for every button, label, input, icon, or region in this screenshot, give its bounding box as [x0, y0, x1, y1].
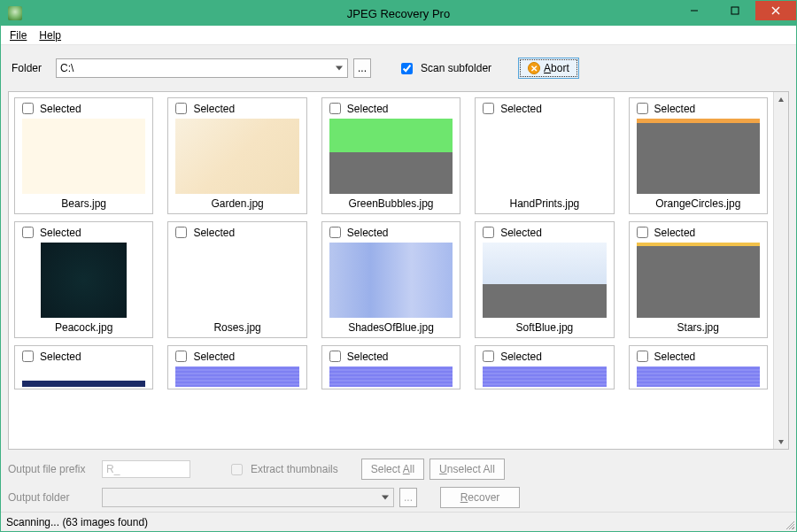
selected-label: Selected: [347, 351, 389, 363]
thumbnail-image: [329, 366, 453, 387]
thumbnail-caption: Garden.jpg: [168, 196, 306, 213]
card-header: Selected: [168, 98, 306, 119]
status-text: Scanning... (63 images found): [6, 516, 148, 528]
selected-checkbox[interactable]: [483, 351, 494, 362]
card-header: Selected: [630, 98, 767, 119]
folder-label: Folder: [12, 62, 50, 74]
selected-label: Selected: [500, 351, 542, 363]
thumbnail-image: [175, 243, 298, 318]
thumbnail-card[interactable]: SelectedBears.jpg: [14, 97, 153, 214]
selected-label: Selected: [193, 351, 235, 363]
thumbnail-card[interactable]: Selected: [321, 345, 460, 389]
thumbnail-caption: OrangeCircles.jpg: [630, 196, 767, 213]
recover-button[interactable]: Recover: [440, 487, 520, 508]
selected-label: Selected: [347, 227, 389, 239]
thumbnail-card[interactable]: SelectedHandPrints.jpg: [475, 97, 614, 214]
selected-checkbox[interactable]: [637, 351, 648, 362]
thumbnail-card[interactable]: SelectedGarden.jpg: [167, 97, 306, 214]
unselect-all-button[interactable]: Unselect All: [429, 459, 505, 480]
selected-label: Selected: [40, 103, 81, 115]
thumbnail-card[interactable]: SelectedPeacock.jpg: [14, 221, 153, 338]
vertical-scrollbar[interactable]: [773, 92, 788, 449]
thumbnail-image: [329, 119, 453, 194]
thumbnail-caption: GreenBubbles.jpg: [322, 196, 460, 213]
menu-file[interactable]: File: [4, 27, 32, 43]
thumbnail-caption: Stars.jpg: [630, 320, 767, 337]
thumbnail-card[interactable]: SelectedRoses.jpg: [167, 221, 306, 338]
output-prefix-input[interactable]: [102, 460, 190, 478]
scroll-down-icon[interactable]: [774, 434, 788, 449]
abort-button[interactable]: ✕ Abort: [518, 58, 579, 79]
resize-grip-icon[interactable]: [784, 519, 794, 529]
card-header: Selected: [476, 222, 613, 243]
close-button[interactable]: [755, 1, 796, 20]
output-folder-browse-button[interactable]: ...: [399, 488, 417, 507]
thumbnail-image: [483, 119, 606, 194]
selected-label: Selected: [654, 351, 696, 363]
thumbnail-image: [637, 119, 760, 194]
card-header: Selected: [15, 346, 152, 366]
card-header: Selected: [476, 98, 613, 119]
selected-checkbox[interactable]: [483, 103, 494, 114]
thumbnail-card[interactable]: SelectedStars.jpg: [629, 221, 768, 338]
thumbnail-panel: SelectedBears.jpgSelectedGarden.jpgSelec…: [8, 91, 789, 450]
title-bar[interactable]: JPEG Recovery Pro: [1, 1, 796, 26]
selected-label: Selected: [40, 351, 81, 363]
folder-combo[interactable]: C:\: [56, 58, 348, 78]
minimize-button[interactable]: [674, 1, 715, 20]
thumbnail-card[interactable]: SelectedSoftBlue.jpg: [475, 221, 614, 338]
maximize-button[interactable]: [715, 1, 755, 20]
card-header: Selected: [630, 346, 767, 366]
thumbnail-image: [175, 119, 298, 194]
selected-checkbox[interactable]: [22, 351, 34, 362]
selected-checkbox[interactable]: [175, 227, 187, 238]
menu-help[interactable]: Help: [34, 27, 66, 43]
thumbnail-image: [22, 366, 145, 387]
selected-checkbox[interactable]: [175, 351, 187, 362]
selected-checkbox[interactable]: [329, 351, 341, 362]
svg-marker-4: [778, 97, 784, 102]
selected-label: Selected: [500, 103, 542, 115]
card-header: Selected: [322, 222, 460, 243]
scroll-up-icon[interactable]: [774, 92, 788, 107]
thumbnail-card[interactable]: SelectedOrangeCircles.jpg: [629, 97, 768, 214]
selected-checkbox[interactable]: [329, 227, 341, 238]
thumbnail-card[interactable]: SelectedGreenBubbles.jpg: [321, 97, 460, 214]
thumbnail-caption: Bears.jpg: [15, 196, 152, 213]
thumbnail-caption: SoftBlue.jpg: [476, 320, 613, 337]
folder-browse-button[interactable]: ...: [353, 58, 371, 78]
selected-label: Selected: [347, 103, 389, 115]
selected-checkbox[interactable]: [637, 103, 648, 114]
selected-checkbox[interactable]: [637, 227, 648, 238]
output-prefix-label: Output file prefix: [8, 463, 97, 475]
thumbnail-image: [22, 119, 145, 194]
selected-checkbox[interactable]: [22, 103, 34, 114]
main-window: JPEG Recovery Pro File Help Folder C:\: [0, 0, 797, 532]
prefix-row: Output file prefix Extract thumbnails Se…: [8, 459, 789, 480]
thumbnail-card[interactable]: Selected: [629, 345, 768, 389]
selected-checkbox[interactable]: [175, 103, 187, 114]
output-folder-label: Output folder: [8, 491, 97, 504]
selected-checkbox[interactable]: [483, 227, 494, 238]
thumbnail-image: [637, 366, 760, 387]
thumbnail-image: [483, 366, 606, 387]
output-folder-combo[interactable]: [102, 488, 394, 507]
select-all-button[interactable]: Select All: [361, 459, 424, 480]
thumbnail-card[interactable]: SelectedShadesOfBlue.jpg: [321, 221, 460, 338]
thumbnail-card[interactable]: Selected: [167, 345, 306, 389]
selected-checkbox[interactable]: [22, 227, 34, 238]
thumbnail-card[interactable]: Selected: [475, 345, 614, 389]
card-header: Selected: [322, 346, 460, 366]
selected-checkbox[interactable]: [329, 103, 341, 114]
app-icon: [8, 6, 22, 20]
card-header: Selected: [322, 98, 460, 119]
thumbnail-caption: HandPrints.jpg: [476, 196, 613, 213]
menu-bar: File Help: [1, 26, 796, 45]
extract-thumbnails-label: Extract thumbnails: [251, 463, 338, 475]
scan-subfolder-checkbox[interactable]: [401, 63, 413, 74]
thumbnail-card[interactable]: Selected: [14, 345, 153, 389]
svg-marker-5: [778, 440, 784, 444]
folder-row: Folder C:\ ... Scan subfolder ✕ Abort: [8, 52, 789, 79]
output-folder-combo-wrap: [102, 488, 394, 507]
extract-thumbnails-checkbox[interactable]: [231, 464, 243, 475]
